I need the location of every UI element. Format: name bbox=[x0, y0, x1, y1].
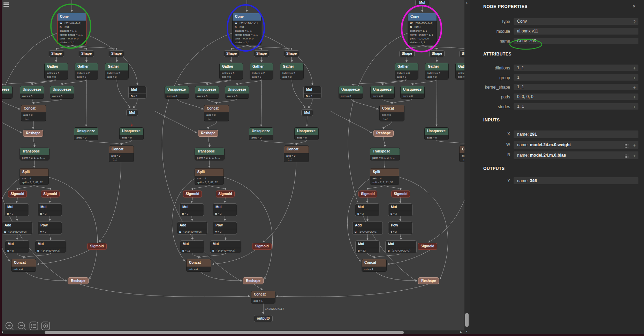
add-input-icon[interactable]: + bbox=[633, 152, 636, 159]
field-value-X[interactable]: name: 291 bbox=[514, 130, 638, 138]
field-value-group[interactable]: 1+ bbox=[514, 74, 638, 81]
graph-node-gather-c2-gather-b[interactable]: Gatherindices = 2axis = 0 bbox=[250, 63, 273, 80]
graph-node-unsqueeze-c1-unsq-a[interactable]: Unsqueezeaxes = 0 bbox=[20, 86, 44, 99]
graph-node-conv-c3-conv[interactable]: ConvW 〈351×256×1×1〉B 〈351〉dilations = 1,… bbox=[408, 13, 437, 45]
horizontal-scrollbar-thumb[interactable] bbox=[45, 331, 404, 334]
graph-node-shape-c2-shape-b[interactable]: Shape bbox=[254, 50, 269, 57]
graph-node-shape-c1-shape-c[interactable]: Shape bbox=[109, 50, 124, 57]
graph-node-unsqueeze-c2-unsq-b[interactable]: Unsqueezeaxes = 0 bbox=[225, 86, 249, 99]
field-value-Y[interactable]: name: 346 bbox=[514, 177, 638, 184]
graph-node-concat-c3-concat-c[interactable]: Concataxis = 4 bbox=[362, 259, 387, 272]
graph-node-mul-c2-mul2-b[interactable]: MulB = 2 bbox=[213, 203, 237, 216]
zoom-out-icon[interactable] bbox=[17, 321, 26, 331]
graph-node-sigmoid-c2-sig-b[interactable]: Sigmoid bbox=[216, 191, 235, 197]
graph-node-mul-c2-mulb3[interactable]: MulB = 3 bbox=[303, 86, 321, 99]
graph-node-reshape-c1-reshape-b[interactable]: Reshape bbox=[68, 277, 89, 284]
graph-node-split-c2-split[interactable]: Splitaxis = 4split = 2, 2, 81, 32 bbox=[195, 168, 224, 185]
graph-node-reshape-c2-reshape-b[interactable]: Reshape bbox=[243, 277, 264, 284]
graph-node-concat-c1-concat-a[interactable]: Concataxis = 0〈...〉 bbox=[21, 105, 46, 121]
graph-node-unsqueeze-c1-unsq-c[interactable]: Unsqueezeaxes = 0 bbox=[74, 127, 98, 140]
graph-node-concat-g-concat-f[interactable]: Concataxis = 1 bbox=[251, 291, 275, 304]
graph-node-sigmoid-c3-sig-c[interactable]: Sigmoid bbox=[418, 243, 437, 250]
scroll-up-icon[interactable]: ▲ bbox=[465, 1, 468, 4]
scroll-down-icon[interactable]: ▼ bbox=[465, 330, 468, 333]
graph-node-pow-c3-pow[interactable]: PowY = 2 bbox=[388, 222, 412, 234]
graph-node-transpose-c3-transpose[interactable]: Transposeperm = 0, 1, 3, 4, ... bbox=[370, 148, 400, 160]
graph-node-unsqueeze-c1-unsq-b[interactable]: Unsqueezeaxes = 0 bbox=[50, 86, 74, 99]
graph-node-gather-c2-gather-a[interactable]: Gatherindices = 0axis = 0 bbox=[219, 63, 243, 80]
graph-node-transpose-c1-transpose[interactable]: Transposeperm = 0, 1, 3, 4, ... bbox=[20, 148, 50, 160]
field-value-strides[interactable]: 1, 1+ bbox=[514, 103, 638, 110]
graph-node-reshape-c2-reshape-a[interactable]: Reshape bbox=[198, 130, 218, 137]
graph-node-unsqueeze-c2-unsq-a[interactable]: Unsqueezeaxes = 0 bbox=[195, 86, 219, 99]
graph-node-mul-c1-mulb3[interactable]: MulB = 3 bbox=[128, 86, 146, 99]
add-attribute-icon[interactable]: + bbox=[633, 84, 636, 90]
graph-node-gather-c3-gather-b[interactable]: Gatherindices = 2axis = 0 bbox=[425, 63, 449, 80]
add-attribute-icon[interactable]: + bbox=[633, 104, 636, 110]
graph-node-sigmoid-c2-sig-a[interactable]: Sigmoid bbox=[183, 191, 202, 197]
tensor-grid-icon[interactable] bbox=[625, 153, 629, 159]
graph-node-concat-c3-concat-a[interactable]: Concataxis = 0〈...〉 bbox=[379, 105, 404, 121]
graph-node-add-c3-add[interactable]: AddB 〈1×3×20×20×2〉 bbox=[352, 222, 383, 234]
scroll-right-icon[interactable]: ▶ bbox=[460, 331, 462, 334]
graph-node-unsqueeze-c1-unsq-d[interactable]: Unsqueezeaxes = 0 bbox=[119, 127, 144, 140]
graph-node-shape-c2-shape-a[interactable]: Shape bbox=[224, 50, 239, 57]
graph-node-sigmoid-c2-sig-c[interactable]: Sigmoid bbox=[252, 243, 272, 250]
graph-node-reshape-c3-reshape-a[interactable]: Reshape bbox=[373, 130, 394, 137]
help-icon[interactable]: ? bbox=[633, 19, 636, 25]
graph-node-mul-c3-mul3-b[interactable]: MulB 〈1×3×20×20×2〉 bbox=[385, 240, 417, 253]
graph-node-unsqueeze-c2-unsq-c[interactable]: Unsqueezeaxes = 0 bbox=[249, 127, 273, 140]
graph-node-mul-c1-mul3-b[interactable]: MulB 〈1×3×80×80×2〉 bbox=[35, 240, 66, 253]
graph-node-concat-c2-concat-b[interactable]: Concataxis = 0〈...〉 bbox=[284, 145, 309, 162]
graph-node-shape-c3-shape-a[interactable]: Shape bbox=[399, 50, 415, 57]
close-icon[interactable]: × bbox=[632, 3, 636, 9]
graph-node-unsqueeze-c3-unsq-x[interactable]: Unsqueezeaxes = 0 bbox=[339, 86, 363, 99]
graph-node-unsqueeze-c1-unsq-x[interactable]: Unsqueezeaxes = 0 bbox=[0, 86, 13, 99]
vertical-scrollbar-thumb[interactable] bbox=[465, 313, 469, 327]
graph-node-mul-c2-mulp[interactable]: Mul bbox=[301, 109, 313, 116]
add-attribute-icon[interactable]: + bbox=[633, 75, 636, 81]
graph-node-add-c1-add[interactable]: AddB 〈1×3×80×80×2〉 bbox=[2, 222, 32, 234]
graph-node-unsqueeze-c3-unsq-b[interactable]: Unsqueezeaxes = 0 bbox=[400, 86, 425, 99]
graph-node-mul-c1-mul2-b[interactable]: MulB = 2 bbox=[38, 203, 62, 216]
graph-node-gather-c1-gather-b[interactable]: Gatherindices = 2axis = 0 bbox=[75, 63, 98, 80]
field-value-type[interactable]: Conv? bbox=[514, 18, 638, 25]
graph-node-shape-c3-shape-b[interactable]: Shape bbox=[429, 50, 445, 57]
zoom-in-icon[interactable] bbox=[5, 321, 14, 331]
field-value-pads[interactable]: 0, 0, 0, 0+ bbox=[514, 94, 638, 100]
graph-node-mul-c2-mul3-b[interactable]: MulB 〈1×3×40×40×2〉 bbox=[210, 240, 241, 253]
graph-node-split-c1-split[interactable]: Splitaxis = 4split = 2, 2, 81, 32 bbox=[20, 168, 49, 185]
graph-node-shape-c3-shape-c[interactable]: Shape bbox=[459, 50, 464, 57]
graph-node-mul-c3-mul3-a[interactable]: MulB = 32 bbox=[355, 240, 380, 253]
graph-node-unsqueeze-c2-unsq-x[interactable]: Unsqueezeaxes = 0 bbox=[165, 86, 189, 99]
graph-node-concat-c2-concat-a[interactable]: Concataxis = 0〈...〉 bbox=[204, 105, 229, 121]
graph-node-concat-c1-concat-c[interactable]: Concataxis = 4 bbox=[11, 259, 36, 272]
graph-node-mul-c2-mul3-a[interactable]: MulB = 16 bbox=[180, 240, 204, 253]
graph-node-mul-c3-mul2-a[interactable]: MulB = 2 bbox=[355, 203, 379, 216]
graph-node-gather-c3-gather-a[interactable]: Gatherindices = 0axis = 0 bbox=[395, 63, 418, 80]
field-value-module[interactable]: ai.onnx v11 bbox=[514, 28, 638, 35]
graph-node-gather-c2-gather-c[interactable]: Gatherindices = 3axis = 0 bbox=[280, 63, 304, 80]
field-value-kernel_shape[interactable]: 1, 1+ bbox=[514, 84, 638, 90]
hamburger-menu-icon[interactable] bbox=[3, 2, 9, 8]
graph-node-reshape-c3-reshape-b[interactable]: Reshape bbox=[418, 277, 439, 284]
graph-node-reshape-c1-reshape-a[interactable]: Reshape bbox=[23, 130, 43, 137]
graph-node-mul-c1-mulp[interactable]: Mul bbox=[126, 109, 138, 116]
graph-node-mul-c2-mul2-a[interactable]: MulB = 2 bbox=[180, 203, 204, 216]
field-value-W[interactable]: name: model.24.m.0.weight+ bbox=[514, 141, 638, 149]
graph-node-unsqueeze-c2-unsq-d[interactable]: Unsqueezeaxes = 0 bbox=[294, 127, 319, 140]
graph-node-concat-c3-concat-b[interactable]: Concataxis = 0〈...〉 bbox=[459, 145, 464, 162]
graph-node-sigmoid-c1-sig-b[interactable]: Sigmoid bbox=[41, 191, 60, 197]
locate-target-icon[interactable] bbox=[41, 321, 50, 331]
field-value-B[interactable]: name: model.24.m.0.bias+ bbox=[514, 151, 638, 159]
add-attribute-icon[interactable]: + bbox=[633, 94, 636, 100]
graph-node-sigmoid-c1-sig-a[interactable]: Sigmoid bbox=[8, 191, 27, 197]
graph-node-transpose-c2-transpose[interactable]: Transposeperm = 0, 1, 3, 4, ... bbox=[195, 148, 225, 160]
graph-node-sigmoid-c3-sig-b[interactable]: Sigmoid bbox=[391, 191, 410, 197]
graph-node-gather-c1-gather-a[interactable]: Gatherindices = 0axis = 0 bbox=[44, 63, 68, 80]
tensor-grid-icon[interactable] bbox=[625, 143, 629, 149]
graph-node-add-c2-add[interactable]: AddB 〈1×3×40×40×2〉 bbox=[177, 222, 207, 234]
graph-node-mul-c1-mul2-a[interactable]: MulB = 2 bbox=[5, 203, 29, 216]
vertical-scrollbar[interactable]: ▲ ▼ bbox=[464, 0, 470, 336]
graph-node-sigmoid-c3-sig-a[interactable]: Sigmoid bbox=[358, 191, 377, 197]
